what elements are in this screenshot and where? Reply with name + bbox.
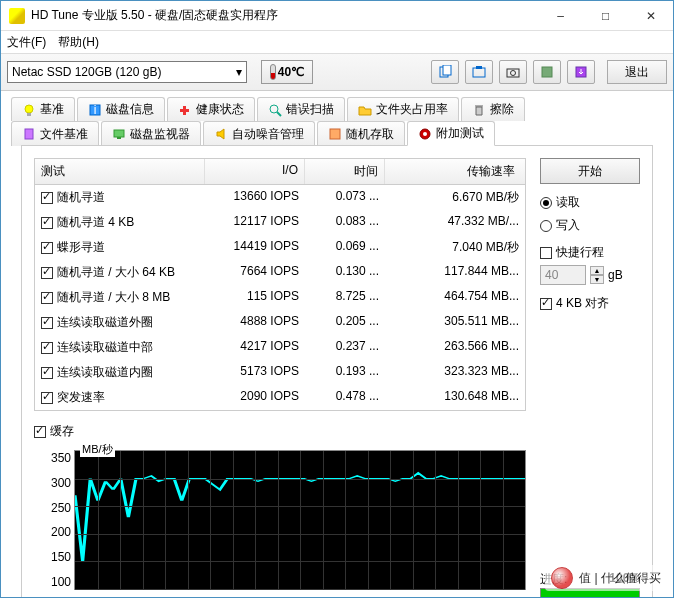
row-checkbox[interactable] xyxy=(41,317,53,329)
row-checkbox[interactable] xyxy=(41,267,53,279)
row-checkbox[interactable] xyxy=(41,217,53,229)
results-table: 测试 I/O 时间 传输速率 随机寻道13660 IOPS0.073 ...6.… xyxy=(34,158,526,411)
close-button[interactable]: ✕ xyxy=(628,1,673,30)
chevron-down-icon: ▾ xyxy=(236,65,242,79)
search-icon xyxy=(268,103,282,117)
table-row[interactable]: 连续读取磁道外圈4888 IOPS0.205 ...305.511 MB... xyxy=(35,310,525,335)
table-row[interactable]: 突发速率2090 IOPS0.478 ...130.648 MB... xyxy=(35,385,525,410)
exit-button[interactable]: 退出 xyxy=(607,60,667,84)
temperature-value: 40℃ xyxy=(278,65,304,79)
watermark-icon xyxy=(551,567,573,589)
thermometer-icon xyxy=(270,64,276,80)
copy-screenshot-button[interactable] xyxy=(465,60,493,84)
start-button[interactable]: 开始 xyxy=(540,158,640,184)
tab-health[interactable]: 健康状态 xyxy=(167,97,255,121)
tab-random[interactable]: 随机存取 xyxy=(317,121,405,146)
svg-rect-2 xyxy=(473,68,485,77)
table-row[interactable]: 连续读取磁道内圈5173 IOPS0.193 ...323.323 MB... xyxy=(35,360,525,385)
row-checkbox[interactable] xyxy=(41,242,53,254)
align-checkbox[interactable]: 4 KB 对齐 xyxy=(540,295,640,312)
table-row[interactable]: 随机寻道 / 大小 8 MB115 IOPS8.725 ...464.754 M… xyxy=(35,285,525,310)
copy-text-button[interactable] xyxy=(431,60,459,84)
svg-rect-3 xyxy=(476,66,482,69)
menu-help[interactable]: 帮助(H) xyxy=(58,34,99,51)
tab-content: 测试 I/O 时间 传输速率 随机寻道13660 IOPS0.073 ...6.… xyxy=(21,145,653,598)
drive-select-value: Netac SSD 120GB (120 gB) xyxy=(12,65,161,79)
app-icon xyxy=(9,8,25,24)
th-io[interactable]: I/O xyxy=(205,159,305,184)
row-checkbox[interactable] xyxy=(41,292,53,304)
tab-info[interactable]: i磁盘信息 xyxy=(77,97,165,121)
quick-checkbox[interactable]: 快捷行程 xyxy=(540,245,604,259)
sound-icon xyxy=(214,127,228,141)
svg-point-8 xyxy=(25,105,33,113)
svg-point-19 xyxy=(423,132,427,136)
window-title: HD Tune 专业版 5.50 - 硬盘/固态硬盘实用程序 xyxy=(31,7,538,24)
options-button[interactable] xyxy=(533,60,561,84)
spin-up[interactable]: ▲ xyxy=(590,266,604,275)
menu-file[interactable]: 文件(F) xyxy=(7,34,46,51)
maximize-button[interactable]: □ xyxy=(583,1,628,30)
row-checkbox[interactable] xyxy=(41,392,53,404)
svg-rect-16 xyxy=(117,137,121,139)
th-time[interactable]: 时间 xyxy=(305,159,385,184)
camera-button[interactable] xyxy=(499,60,527,84)
minimize-button[interactable]: – xyxy=(538,1,583,30)
trash-icon xyxy=(472,103,486,117)
th-rate[interactable]: 传输速率 xyxy=(385,159,525,184)
cache-checkbox[interactable]: 缓存 xyxy=(34,424,74,438)
quick-value-input[interactable]: 40 xyxy=(540,265,586,285)
watermark-text: 值 | 什么值得买 xyxy=(579,570,661,587)
th-test[interactable]: 测试 xyxy=(35,159,205,184)
spin-down[interactable]: ▼ xyxy=(590,275,604,284)
svg-rect-17 xyxy=(330,129,340,139)
temperature-display: 40℃ xyxy=(261,60,313,84)
titlebar: HD Tune 专业版 5.50 - 硬盘/固态硬盘实用程序 – □ ✕ xyxy=(1,1,673,31)
tab-trash[interactable]: 擦除 xyxy=(461,97,525,121)
row-checkbox[interactable] xyxy=(41,367,53,379)
watermark: 值 | 什么值得买 xyxy=(545,565,667,591)
extra-icon xyxy=(418,127,432,141)
drive-select[interactable]: Netac SSD 120GB (120 gB) ▾ xyxy=(7,61,247,83)
tab-monitor[interactable]: 磁盘监视器 xyxy=(101,121,201,146)
monitor-icon xyxy=(112,127,126,141)
svg-rect-9 xyxy=(27,113,31,116)
tab-search[interactable]: 错误扫描 xyxy=(257,97,345,121)
svg-line-13 xyxy=(277,112,281,116)
svg-text:i: i xyxy=(94,103,97,117)
table-row[interactable]: 随机寻道 4 KB12117 IOPS0.083 ...47.332 MB/..… xyxy=(35,210,525,235)
chart-ylabel: MB/秒 xyxy=(80,442,115,457)
svg-point-12 xyxy=(270,105,278,113)
health-icon xyxy=(178,103,192,117)
tabs-row-2: 文件基准磁盘监视器自动噪音管理随机存取附加测试 xyxy=(11,121,663,146)
cache-chart: 350300250200150100 xyxy=(74,450,526,590)
menubar: 文件(F) 帮助(H) xyxy=(1,31,673,53)
toolbar: Netac SSD 120GB (120 gB) ▾ 40℃ 退出 xyxy=(1,53,673,91)
svg-rect-6 xyxy=(542,67,552,77)
row-checkbox[interactable] xyxy=(41,342,53,354)
lightbulb-icon xyxy=(22,103,36,117)
read-radio[interactable]: 读取 xyxy=(540,194,640,211)
quick-unit: gB xyxy=(608,268,623,282)
tab-extra[interactable]: 附加测试 xyxy=(407,121,495,146)
folder-icon xyxy=(358,103,372,117)
tab-folder[interactable]: 文件夹占用率 xyxy=(347,97,459,121)
table-row[interactable]: 蝶形寻道14419 IOPS0.069 ...7.040 MB/秒 xyxy=(35,235,525,260)
svg-rect-1 xyxy=(443,65,451,75)
tab-sound[interactable]: 自动噪音管理 xyxy=(203,121,315,146)
table-row[interactable]: 连续读取磁道中部4217 IOPS0.237 ...263.566 MB... xyxy=(35,335,525,360)
tab-filebench[interactable]: 文件基准 xyxy=(11,121,99,146)
table-row[interactable]: 随机寻道13660 IOPS0.073 ...6.670 MB/秒 xyxy=(35,185,525,210)
tabs-row-1: 基准i磁盘信息健康状态错误扫描文件夹占用率擦除 xyxy=(11,97,663,121)
filebench-icon xyxy=(22,127,36,141)
write-radio[interactable]: 写入 xyxy=(540,217,640,234)
table-row[interactable]: 随机寻道 / 大小 64 KB7664 IOPS0.130 ...117.844… xyxy=(35,260,525,285)
tab-lightbulb[interactable]: 基准 xyxy=(11,97,75,121)
random-icon xyxy=(328,127,342,141)
svg-rect-14 xyxy=(25,129,33,139)
save-button[interactable] xyxy=(567,60,595,84)
row-checkbox[interactable] xyxy=(41,192,53,204)
info-icon: i xyxy=(88,103,102,117)
svg-point-5 xyxy=(511,71,516,76)
svg-rect-15 xyxy=(114,130,124,137)
